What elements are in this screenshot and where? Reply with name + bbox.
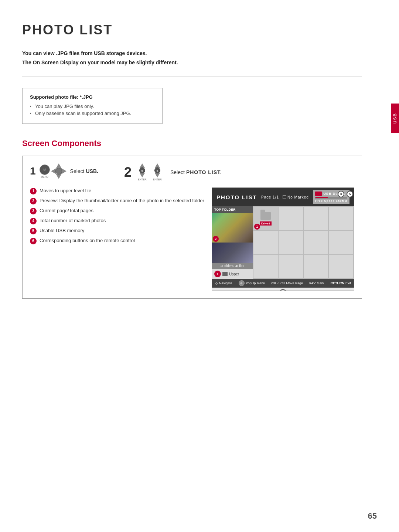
- step-1-text: Select: [70, 168, 85, 174]
- grid-cell-2: [279, 207, 303, 230]
- pl-top-folder-label: TOP FOLDER: [212, 206, 253, 213]
- legend-text-1: Moves to upper level file: [40, 187, 91, 194]
- legend-item-4: 4 Total number of marked photos: [30, 217, 204, 224]
- legend-text-2: Preview: Display the thumbnail/folder na…: [40, 197, 204, 204]
- legend-item-6: 6 Corresponding buttons on the remote co…: [30, 237, 204, 244]
- legend-num-4: 4: [30, 218, 37, 224]
- screen-components-title: Screen Components: [22, 139, 362, 148]
- page-title: PHOTO LIST: [22, 22, 362, 38]
- grid-cell-11: [304, 255, 328, 278]
- step-2: 2 E ENTER: [124, 163, 222, 181]
- pl-header-info: Page 1/1 No Marked: [261, 195, 309, 199]
- steps-row: 1 M MENU: [30, 163, 354, 181]
- step-2-text: Select: [170, 169, 185, 175]
- callout-5-indicator: 5: [347, 191, 353, 197]
- grid-cell-5: [253, 231, 278, 254]
- pl-thumb-main: 2: [212, 213, 253, 243]
- pl-right-grid: Drive1 1: [253, 206, 354, 279]
- enter-dpad-1: E: [135, 163, 149, 177]
- step-1-number: 1: [30, 166, 36, 176]
- step-2-number: 2: [124, 166, 132, 179]
- grid-cell-folder: Drive1 1: [253, 207, 278, 230]
- legend-num-6: 6: [30, 238, 37, 244]
- legend-text-5: Usable USB memory: [40, 227, 84, 234]
- pl-toolbar: ⊹ Navigate ⊙ PopUp Menu CH ⌂ CH Move Pag…: [212, 279, 354, 288]
- legend-item-5: 5 Usable USB memory: [30, 227, 204, 234]
- folder-icon: [260, 212, 271, 220]
- grid-cell-10: [279, 255, 303, 278]
- legend-item-1: 1 Moves to upper level file: [30, 187, 204, 194]
- section-divider: [22, 77, 362, 77]
- toolbar-fav: FAV Mark: [309, 281, 324, 285]
- legend-num-1: 1: [30, 188, 37, 194]
- callout-1-circle: 1: [214, 271, 221, 277]
- grid-cell-12: [329, 255, 353, 278]
- step-1-bold: USB.: [86, 168, 98, 174]
- grid-cell-4: [329, 207, 353, 230]
- info-box: Supported photo file: *.JPG You can play…: [22, 88, 163, 124]
- pl-grid-area: TOP FOLDER 2 2Folders, 4Files: [212, 206, 354, 279]
- screen-mockup: PHOTO LIST Page 1/1 No Marked USB Device: [212, 187, 354, 291]
- toolbar-ch-move-label: CH Move Page: [280, 281, 303, 285]
- toolbar-ch-move: CH ⌂ CH Move Page: [272, 281, 303, 285]
- page-number: 65: [368, 511, 377, 521]
- pl-left-col: TOP FOLDER 2 2Folders, 4Files: [212, 206, 253, 279]
- pl-page-info: Page 1/1: [261, 195, 279, 199]
- step-2-bold: PHOTO LIST.: [186, 169, 222, 175]
- pl-upper-btn: 1 Upper: [212, 269, 253, 279]
- dpad-icon: [51, 163, 66, 179]
- upper-label: Upper: [229, 272, 239, 276]
- info-box-title: Supported photo file: *.JPG: [30, 94, 155, 100]
- fav-label: FAV: [309, 281, 316, 285]
- popup-btn-icon: ⊙: [239, 280, 245, 286]
- legend-num-2: 2: [30, 198, 37, 204]
- toolbar-return: RETURN Exit: [330, 281, 351, 285]
- step-2-text-group: Select PHOTO LIST.: [170, 169, 222, 175]
- grid-cell-8: [329, 231, 353, 254]
- toolbar-navigate-label: Navigate: [219, 281, 232, 285]
- folder-label: Drive1: [260, 221, 272, 226]
- intro-line1: You can view .JPG files from USB storage…: [22, 49, 362, 58]
- callout-3-indicator: 3: [338, 191, 344, 197]
- legend-num-5: 5: [30, 228, 37, 234]
- intro-section: You can view .JPG files from USB storage…: [22, 49, 362, 67]
- toolbar-popup-label: PopUp Menu: [246, 281, 265, 285]
- pl-marked-info: No Marked: [287, 195, 309, 199]
- legend-num-3: 3: [30, 208, 37, 214]
- toolbar-popup: ⊙ PopUp Menu: [239, 280, 265, 286]
- upper-icon: [222, 272, 228, 276]
- legend-and-screen: 1 Moves to upper level file 2 Preview: D…: [30, 187, 354, 291]
- legend-item-2: 2 Preview: Display the thumbnail/folder …: [30, 197, 204, 204]
- enter-dpad-2: E: [150, 163, 164, 177]
- step-1: 1 M MENU: [30, 163, 98, 179]
- pl-folders-count: 2Folders, 4Files: [212, 263, 253, 269]
- grid-cell-9: [253, 255, 278, 278]
- toolbar-navigate: ⊹ Navigate: [215, 281, 232, 285]
- usb-tab-label: USB: [393, 113, 397, 123]
- grid-cell-3: [304, 207, 328, 230]
- pl-header: PHOTO LIST Page 1/1 No Marked USB Device: [212, 188, 354, 206]
- info-box-list: You can play JPG files only. Only baseli…: [30, 104, 155, 116]
- legend-text-3: Current page/Total pages: [40, 207, 93, 214]
- return-label: RETURN: [330, 281, 344, 285]
- callout-6-indicator: 6: [280, 289, 286, 291]
- pl-thumb-small: [212, 243, 253, 263]
- grid-cell-6: [279, 231, 303, 254]
- free-space-label: Free Space 150MB: [315, 199, 347, 203]
- step-1-text-group: Select USB.: [70, 168, 98, 174]
- legend-list: 1 Moves to upper level file 2 Preview: D…: [30, 187, 204, 247]
- info-item-2: Only baseline scan is supported among JP…: [30, 111, 155, 116]
- callout-1-folder: 1: [254, 224, 260, 230]
- diagram-box: 1 M MENU: [22, 156, 362, 299]
- toolbar-mark-label: Mark: [317, 281, 324, 285]
- legend-text-6: Corresponding buttons on the remote cont…: [40, 237, 135, 244]
- grid-cell-7: [304, 231, 328, 254]
- legend-item-3: 3 Current page/Total pages: [30, 207, 204, 214]
- legend-text-4: Total number of marked photos: [40, 217, 106, 224]
- intro-line2: The On Screen Display on your model may …: [22, 58, 362, 67]
- info-item-1: You can play JPG files only.: [30, 104, 155, 109]
- menu-button-icon: M: [40, 165, 50, 175]
- usb-tab: USB: [391, 104, 399, 133]
- toolbar-exit-label: Exit: [345, 281, 351, 285]
- pl-header-title: PHOTO LIST: [216, 194, 257, 200]
